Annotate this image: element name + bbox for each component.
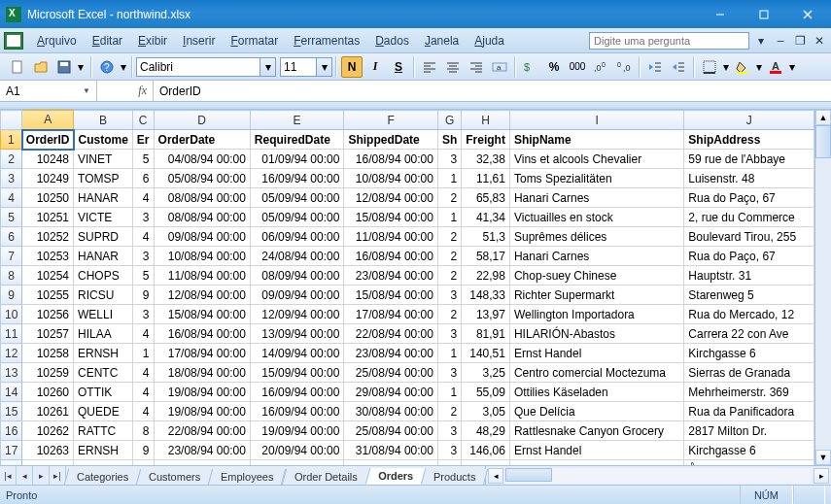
cell[interactable]: 10/08/94 00:00 [344,169,438,188]
cell[interactable]: 12/08/94 00:00 [344,188,438,208]
cell[interactable]: Luisenstr. 48 [684,169,814,188]
cell[interactable]: 5 [132,150,154,169]
cell[interactable]: 16/09/94 00:00 [250,402,344,421]
menu-exibir[interactable]: Exibir [130,32,175,50]
row-header-16[interactable]: 16 [1,421,22,441]
cell[interactable]: 31/08/94 00:00 [344,441,438,460]
font-name-dropdown-icon[interactable]: ▾ [260,57,276,77]
cell[interactable]: Kirchgasse 6 [684,344,814,363]
cell[interactable]: 3 [437,286,461,305]
cell[interactable]: Hanari Carnes [509,247,683,266]
row-header-7[interactable]: 7 [1,247,22,266]
cell[interactable]: 1 [437,383,461,402]
cell[interactable]: 4 [132,324,154,344]
borders-dropdown-icon[interactable]: ▾ [721,60,731,74]
cell[interactable]: 3 [437,363,461,383]
cell[interactable]: 10259 [22,363,74,383]
sheet-tab-customers[interactable]: Customers [136,469,213,485]
cell[interactable]: Que Delícia [509,402,683,421]
cell[interactable]: 25/08/94 00:00 [344,421,438,441]
cell[interactable]: Centro comercial Moctezuma [509,363,683,383]
cell[interactable]: 48,29 [462,421,510,441]
cell-header-RequiredDate[interactable]: RequiredDate [250,130,344,150]
cell[interactable]: OTTIK [74,383,133,402]
font-name-select[interactable]: Calibri [136,57,260,77]
cell[interactable]: 16/08/94 00:00 [344,247,438,266]
cell[interactable]: Suprêmes délices [509,227,683,247]
cell[interactable]: Hanari Carnes [509,188,683,208]
row-header-10[interactable]: 10 [1,305,22,324]
cell[interactable]: 29/08/94 00:00 [344,383,438,402]
cell[interactable]: 146,06 [462,441,510,460]
col-header-C[interactable]: C [132,111,154,130]
cell-header-OrderID[interactable]: OrderID [22,130,74,150]
decrease-decimal-icon[interactable]: 0,0 [613,56,635,78]
scroll-left-icon[interactable]: ◂ [488,468,503,484]
horizontal-scrollbar[interactable]: ◂ ▸ [485,466,831,485]
cell[interactable]: Starenweg 5 [684,286,814,305]
cell[interactable]: 08/09/94 00:00 [250,266,344,286]
new-icon[interactable] [7,56,28,78]
cell[interactable]: VINET [74,150,133,169]
cell[interactable]: WELLI [74,305,133,324]
cell[interactable]: 1 [437,208,461,227]
cell[interactable]: Boulevard Tirou, 255 [684,227,814,247]
cell[interactable]: 1 [437,344,461,363]
fx-icon[interactable]: fx [97,81,154,101]
align-right-icon[interactable] [466,56,487,78]
cell[interactable]: 10260 [22,383,74,402]
cell[interactable]: 5 [132,266,154,286]
question-dropdown-icon[interactable]: ▾ [753,33,769,49]
cell[interactable]: 4 [132,188,154,208]
cell[interactable]: 01/09/94 00:00 [250,150,344,169]
col-header-F[interactable]: F [344,111,438,130]
row-header-15[interactable]: 15 [1,402,22,421]
row-header-14[interactable]: 14 [1,383,22,402]
cell[interactable]: 12/09/94 00:00 [250,305,344,324]
cell[interactable]: 23/08/94 00:00 [154,441,250,460]
cell[interactable]: Ernst Handel [509,344,683,363]
name-box[interactable]: A1▼ [0,81,97,101]
cell[interactable]: 19/08/94 00:00 [154,383,250,402]
cell[interactable]: 14/09/94 00:00 [250,344,344,363]
cell[interactable]: 65,83 [462,188,510,208]
open-icon[interactable] [30,56,52,78]
row-header-4[interactable]: 4 [1,188,22,208]
cell[interactable]: 6 [132,169,154,188]
cell[interactable]: HANAR [74,188,133,208]
row-header-6[interactable]: 6 [1,227,22,247]
cell[interactable]: 13/09/94 00:00 [250,324,344,344]
spreadsheet-grid[interactable]: ABCDEFGHIJ1OrderIDCustomeErOrderDateRequ… [0,110,814,480]
vertical-scrollbar[interactable]: ▲ ▼ [814,110,831,465]
decrease-indent-icon[interactable] [644,56,666,78]
cell[interactable]: 8 [132,421,154,441]
cell[interactable]: Toms Spezialitäten [509,169,683,188]
cell[interactable]: 4 [132,383,154,402]
cell[interactable]: 58,17 [462,247,510,266]
cell[interactable]: SUPRD [74,227,133,247]
cell[interactable]: 3,05 [462,402,510,421]
menu-formatar[interactable]: Formatar [223,32,286,50]
cell[interactable]: 11/08/94 00:00 [344,227,438,247]
underline-button[interactable]: S [388,56,409,78]
cell[interactable]: 81,91 [462,324,510,344]
cell[interactable]: 9 [132,286,154,305]
cell[interactable]: Vins et alcools Chevalier [509,150,683,169]
cell[interactable]: 3 [132,208,154,227]
col-header-A[interactable]: A [22,111,74,130]
cell[interactable]: Carrera 22 con Ave [684,324,814,344]
cell[interactable]: 22,98 [462,266,510,286]
row-header-5[interactable]: 5 [1,208,22,227]
cell[interactable]: Victuailles en stock [509,208,683,227]
cell[interactable]: 13,97 [462,305,510,324]
font-color-icon[interactable]: A [765,56,786,78]
cell[interactable]: 3 [132,305,154,324]
cell[interactable]: QUEDE [74,402,133,421]
cell[interactable]: 15/08/94 00:00 [154,305,250,324]
sheet-tab-employees[interactable]: Employees [208,469,287,485]
cell[interactable]: ERNSH [74,441,133,460]
align-left-icon[interactable] [419,56,440,78]
col-header-B[interactable]: B [74,111,133,130]
increase-indent-icon[interactable] [668,56,689,78]
cell-header-EmployeeID[interactable]: Er [132,130,154,150]
